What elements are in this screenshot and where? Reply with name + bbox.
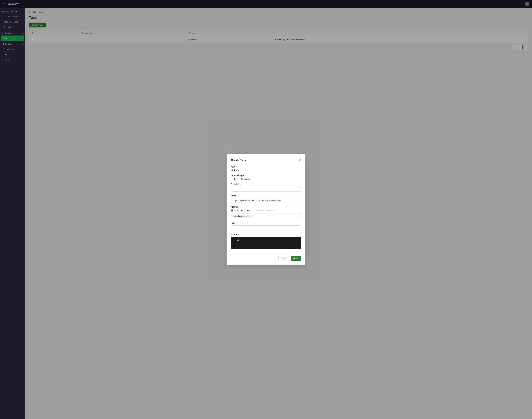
scheduler-cluster-radio-item[interactable]: Scheduler Cluster — [231, 209, 250, 212]
url-label: * URL — [231, 194, 301, 197]
modal-footer: 取 消 确 定 — [231, 253, 301, 261]
file-radio[interactable] — [231, 178, 233, 180]
preheat-type-group: * Preheat Type File Image — [231, 174, 301, 180]
create-task-modal: Create Task ✕ Type Preheat * Preheat Typ… — [227, 154, 305, 265]
headers-group: Headers 1 {} — [231, 233, 301, 249]
range-label: * Range — [231, 206, 301, 208]
type-radio-group: Preheat — [231, 169, 301, 171]
dropdown-arrow-icon: ▼ — [298, 215, 300, 217]
description-input[interactable] — [231, 187, 301, 192]
range-group: * Range Scheduler Cluster Seed Peer Clus… — [231, 206, 301, 219]
url-input[interactable] — [231, 198, 301, 203]
description-label: Description — [231, 183, 301, 185]
modal-header: Create Task ✕ — [231, 159, 301, 162]
confirm-button[interactable]: 确 定 — [291, 256, 301, 261]
type-label: Type — [231, 165, 301, 168]
headers-label: Headers — [231, 233, 301, 236]
filter-input[interactable] — [231, 225, 301, 230]
seed-peer-cluster-radio[interactable] — [254, 209, 256, 212]
seed-peer-cluster-radio-item[interactable]: Seed Peer Cluster — [254, 209, 274, 212]
file-radio-label: File — [234, 178, 238, 180]
tag-input-wrapper[interactable]: scheduler-cluster-1 × ▼ — [231, 213, 301, 219]
tag-remove-button[interactable]: × — [250, 215, 251, 217]
range-radio-group: Scheduler Cluster Seed Peer Cluster — [231, 209, 301, 212]
file-radio-item[interactable]: File — [231, 178, 238, 180]
headers-editor[interactable]: 1 {} — [231, 237, 301, 249]
line-numbers: 1 — [233, 238, 234, 248]
image-radio-label: Image — [244, 178, 250, 180]
scheduler-cluster-radio[interactable] — [231, 209, 233, 212]
seed-peer-cluster-radio-label: Seed Peer Cluster — [257, 209, 274, 212]
scheduler-cluster-tag: scheduler-cluster-1 × — [232, 215, 253, 218]
preheat-type-radio-group: File Image — [231, 178, 301, 180]
image-radio[interactable] — [241, 178, 243, 180]
modal-close-button[interactable]: ✕ — [299, 159, 301, 162]
preheat-radio[interactable] — [231, 169, 233, 171]
url-group: * URL — [231, 194, 301, 203]
headers-code: {} — [237, 238, 239, 248]
modal-overlay[interactable]: Create Task ✕ Type Preheat * Preheat Typ… — [0, 0, 532, 419]
type-group: Type Preheat — [231, 165, 301, 171]
preheat-radio-label: Preheat — [234, 169, 242, 171]
description-group: Description — [231, 183, 301, 192]
filter-group: Filter — [231, 222, 301, 230]
preheat-radio-item[interactable]: Preheat — [231, 169, 242, 171]
image-radio-item[interactable]: Image — [241, 178, 250, 180]
modal-title: Create Task — [231, 159, 246, 162]
cancel-button[interactable]: 取 消 — [278, 256, 289, 261]
preheat-type-label: * Preheat Type — [231, 174, 301, 177]
filter-label: Filter — [231, 222, 301, 224]
scheduler-cluster-radio-label: Scheduler Cluster — [234, 209, 250, 212]
